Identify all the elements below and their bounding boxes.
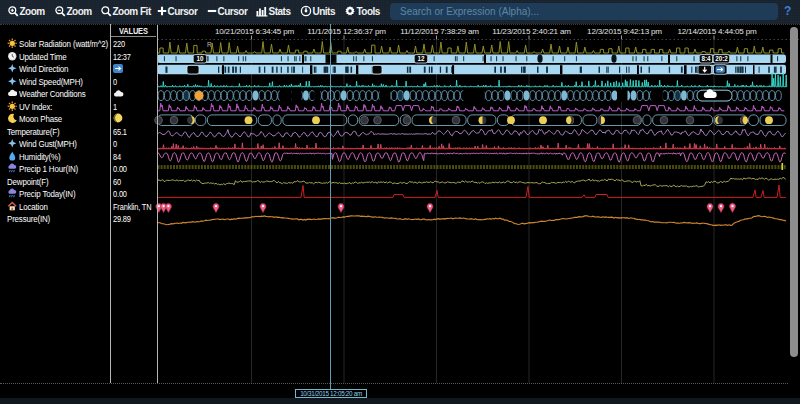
svg-text:12: 12 (417, 55, 425, 62)
svg-text:20:2: 20:2 (715, 55, 728, 62)
svg-text:10: 10 (196, 55, 204, 62)
svg-text:R: R (207, 41, 212, 48)
svg-text:8:4: 8:4 (701, 55, 711, 62)
